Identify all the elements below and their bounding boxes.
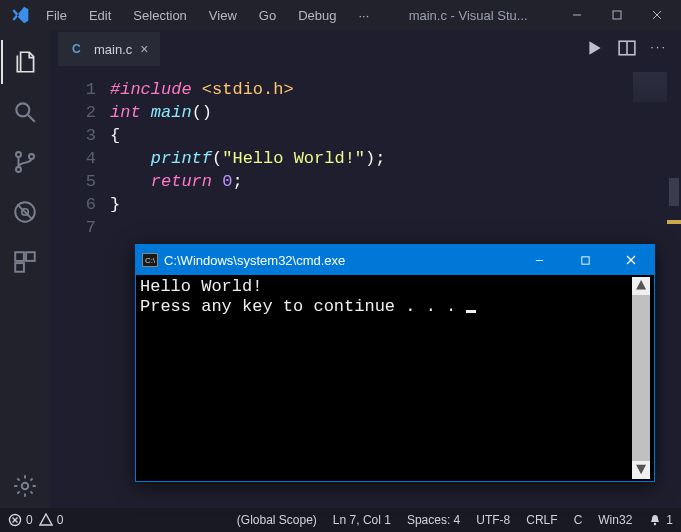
svg-line-10 <box>17 204 32 219</box>
close-button[interactable] <box>637 0 677 30</box>
activity-debug[interactable] <box>1 190 49 234</box>
menu-edit[interactable]: Edit <box>79 4 121 27</box>
status-warnings[interactable]: 0 <box>39 513 64 527</box>
scrollbar-thumb[interactable] <box>669 178 679 206</box>
tab-close-icon[interactable]: × <box>140 41 148 57</box>
status-platform[interactable]: Win32 <box>598 513 632 527</box>
error-icon <box>8 513 22 527</box>
gear-icon <box>12 473 38 499</box>
menu-file[interactable]: File <box>36 4 77 27</box>
svg-marker-23 <box>40 514 52 525</box>
status-errors[interactable]: 0 <box>8 513 33 527</box>
play-icon <box>586 39 604 57</box>
search-icon <box>12 99 38 125</box>
status-bar: 0 0 (Global Scope) Ln 7, Col 1 Spaces: 4… <box>0 508 681 532</box>
menu-debug[interactable]: Debug <box>288 4 346 27</box>
scroll-track[interactable] <box>632 295 650 461</box>
status-scope[interactable]: (Global Scope) <box>237 513 317 527</box>
console-scrollbar[interactable]: ▲ ▼ <box>632 277 650 479</box>
console-body[interactable]: Hello World! Press any key to continue .… <box>136 275 654 481</box>
window-controls <box>557 0 677 30</box>
maximize-button[interactable] <box>597 0 637 30</box>
console-close-button[interactable] <box>608 245 654 275</box>
svg-line-5 <box>28 115 35 122</box>
svg-rect-1 <box>613 11 621 19</box>
split-editor-button[interactable] <box>618 39 636 60</box>
vscode-logo-icon <box>10 5 30 25</box>
menu-overflow[interactable]: ··· <box>348 4 379 27</box>
extensions-icon <box>12 249 38 275</box>
editor-more-button[interactable]: ··· <box>650 39 667 60</box>
svg-marker-17 <box>590 41 601 55</box>
c-file-icon: C <box>70 41 86 57</box>
line-number-gutter: 1 2 3 4 5 6 7 <box>50 68 110 508</box>
console-maximize-button[interactable] <box>562 245 608 275</box>
scrollbar-mark <box>667 220 681 224</box>
activity-source-control[interactable] <box>1 140 49 184</box>
window-title: main.c - Visual Stu... <box>379 8 557 23</box>
svg-rect-13 <box>26 252 35 261</box>
svg-point-4 <box>16 103 29 116</box>
status-cursor[interactable]: Ln 7, Col 1 <box>333 513 391 527</box>
activity-search[interactable] <box>1 90 49 134</box>
bug-icon <box>12 199 38 225</box>
editor-scrollbar[interactable] <box>667 68 681 508</box>
status-language[interactable]: C <box>574 513 583 527</box>
status-indent[interactable]: Spaces: 4 <box>407 513 460 527</box>
svg-point-8 <box>29 154 34 159</box>
console-titlebar[interactable]: C:\ C:\Windows\system32\cmd.exe <box>136 245 654 275</box>
split-icon <box>618 39 636 57</box>
activity-settings[interactable] <box>1 464 49 508</box>
svg-rect-14 <box>15 263 24 272</box>
svg-point-6 <box>16 152 21 157</box>
scroll-down-icon[interactable]: ▼ <box>632 461 650 479</box>
console-output: Hello World! Press any key to continue .… <box>140 277 632 479</box>
files-icon <box>13 49 39 75</box>
svg-point-7 <box>16 167 21 172</box>
activity-bar <box>0 30 50 508</box>
console-window[interactable]: C:\ C:\Windows\system32\cmd.exe Hello Wo… <box>135 244 655 482</box>
tab-label: main.c <box>94 42 132 57</box>
bell-icon <box>648 513 662 527</box>
console-cursor <box>466 310 476 313</box>
svg-rect-12 <box>15 252 24 261</box>
svg-point-24 <box>654 523 656 525</box>
svg-text:C: C <box>72 42 81 56</box>
svg-point-15 <box>22 483 29 490</box>
titlebar: File Edit Selection View Go Debug ··· ma… <box>0 0 681 30</box>
tab-bar: C main.c × ··· <box>50 30 681 68</box>
warning-icon <box>39 513 53 527</box>
cmd-icon: C:\ <box>142 253 158 267</box>
minimize-button[interactable] <box>557 0 597 30</box>
activity-explorer[interactable] <box>1 40 49 84</box>
scroll-up-icon[interactable]: ▲ <box>632 277 650 295</box>
console-minimize-button[interactable] <box>516 245 562 275</box>
console-title-text: C:\Windows\system32\cmd.exe <box>164 253 516 268</box>
tab-main-c[interactable]: C main.c × <box>58 32 160 66</box>
menu-bar: File Edit Selection View Go Debug ··· <box>36 4 379 27</box>
branch-icon <box>12 149 38 175</box>
menu-go[interactable]: Go <box>249 4 286 27</box>
activity-extensions[interactable] <box>1 240 49 284</box>
menu-view[interactable]: View <box>199 4 247 27</box>
status-eol[interactable]: CRLF <box>526 513 557 527</box>
menu-selection[interactable]: Selection <box>123 4 196 27</box>
svg-rect-26 <box>581 256 588 263</box>
minimap[interactable] <box>633 72 667 102</box>
status-notifications[interactable]: 1 <box>648 513 673 527</box>
run-button[interactable] <box>586 39 604 60</box>
status-encoding[interactable]: UTF-8 <box>476 513 510 527</box>
